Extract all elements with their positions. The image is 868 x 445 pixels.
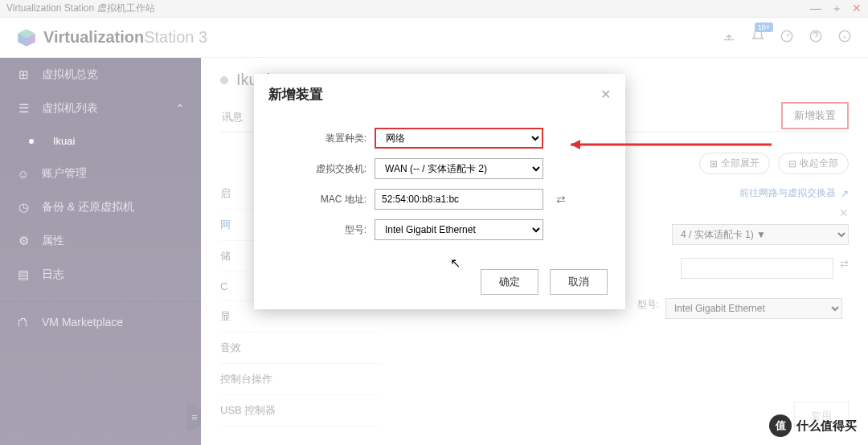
annotation-arrow-icon: [571, 138, 780, 151]
minimize-icon[interactable]: —: [810, 2, 821, 16]
modal-body: 装置种类: 网络 虚拟交换机: WAN (-- / 实体适配卡 2) MAC 地…: [254, 110, 625, 263]
section-console[interactable]: 控制台操作: [220, 364, 381, 395]
ok-button[interactable]: 确定: [481, 269, 538, 295]
cursor-icon: ↖: [450, 255, 461, 271]
cube-icon: [16, 27, 37, 48]
sidebar-item-vmlist[interactable]: ☰虚拟机列表⌃: [0, 92, 201, 125]
modal-title: 新增装置: [268, 85, 323, 104]
action-row: ⊞全部展开 ⊟收起全部: [699, 153, 849, 174]
sidebar-item-account[interactable]: ☺账户管理: [0, 157, 201, 190]
cart-icon: ⛫: [16, 315, 31, 329]
app-title: VirtualizationStation 3: [43, 28, 207, 47]
collapse-all-button[interactable]: ⊟收起全部: [778, 153, 849, 174]
bg-model-label: 型号:: [637, 298, 659, 312]
user-icon: ☺: [16, 167, 31, 181]
network-link[interactable]: 前往网路与虚拟交换器↗: [739, 186, 849, 200]
maximize-icon[interactable]: ＋: [831, 2, 842, 16]
expand-all-button[interactable]: ⊞全部展开: [699, 153, 770, 174]
plus-icon: ⊞: [710, 158, 718, 169]
sidebar-item-marketplace[interactable]: ⛫VM Marketplace: [0, 305, 201, 338]
help-icon[interactable]: [809, 29, 823, 46]
mac-input[interactable]: [375, 189, 543, 210]
sidebar: ⊞虚拟机总览 ☰虚拟机列表⌃ Ikuai ☺账户管理 ◷备份 & 还原虚拟机 ⚙…: [0, 58, 201, 445]
close-icon[interactable]: ✕: [852, 2, 862, 16]
window-title: Virtualization Station 虚拟机工作站: [6, 2, 155, 15]
label-mac: MAC 地址:: [278, 193, 366, 206]
app-header: VirtualizationStation 3 10+: [0, 18, 868, 58]
sliders-icon: ⚙: [16, 234, 31, 248]
sidebar-item-overview[interactable]: ⊞虚拟机总览: [0, 58, 201, 92]
external-icon: ↗: [841, 188, 849, 199]
label-model: 型号:: [278, 223, 366, 237]
shuffle-mac-icon[interactable]: ⇄: [556, 193, 566, 206]
row-mac: MAC 地址: ⇄: [278, 189, 601, 210]
chevron-up-icon: ⌃: [175, 102, 185, 115]
dashboard-icon[interactable]: [780, 29, 794, 46]
app-logo: VirtualizationStation 3: [16, 27, 207, 48]
modal-footer: 确定 取消: [254, 263, 625, 309]
modal-close-icon[interactable]: ✕: [600, 87, 611, 102]
sidebar-item-ikuai[interactable]: Ikuai: [0, 125, 201, 157]
watermark-icon: 值: [769, 414, 792, 437]
add-device-button[interactable]: 新增装置: [781, 102, 849, 129]
window-titlebar: Virtualization Station 虚拟机工作站 — ＋ ✕: [0, 0, 868, 18]
bg-adapter-select[interactable]: 4 / 实体适配卡 1) ▼: [672, 224, 849, 245]
sidebar-item-backup[interactable]: ◷备份 & 还原虚拟机: [0, 190, 201, 224]
cancel-button[interactable]: 取消: [550, 269, 608, 295]
section-audio[interactable]: 音效: [220, 333, 381, 364]
notification-icon[interactable]: 10+: [751, 29, 765, 46]
label-vswitch: 虚拟交换机:: [278, 162, 366, 176]
add-device-modal: 新增装置 ✕ 装置种类: 网络 虚拟交换机: WAN (-- / 实体适配卡 2…: [254, 74, 625, 309]
sidebar-collapse-handle[interactable]: ≡: [186, 403, 203, 431]
vswitch-select[interactable]: WAN (-- / 实体适配卡 2): [375, 158, 543, 179]
list-icon: ☰: [16, 101, 31, 116]
clock-icon: ◷: [16, 200, 31, 214]
device-type-select[interactable]: 网络: [375, 128, 543, 149]
svg-marker-7: [571, 140, 580, 149]
window-controls: — ＋ ✕: [810, 2, 862, 16]
bg-mac-input[interactable]: [681, 258, 833, 279]
watermark-text: 什么值得买: [796, 418, 857, 434]
row-model: 型号: Intel Gigabit Ethernet: [278, 219, 601, 240]
separator: [0, 298, 201, 299]
bg-model-select[interactable]: Intel Gigabit Ethernet: [665, 298, 842, 319]
shuffle-icon[interactable]: ⇄: [840, 258, 849, 270]
header-toolbar: 10+: [722, 29, 852, 46]
export-icon[interactable]: [722, 29, 736, 46]
info-icon[interactable]: [837, 29, 852, 46]
sidebar-item-props[interactable]: ⚙属性: [0, 224, 201, 258]
row-device-type: 装置种类: 网络: [278, 128, 601, 149]
status-dot-icon: [220, 76, 228, 84]
document-icon: ▤: [16, 267, 31, 282]
watermark: 值 什么值得买: [769, 414, 857, 437]
section-usb[interactable]: USB 控制器: [220, 395, 381, 427]
row-vswitch: 虚拟交换机: WAN (-- / 实体适配卡 2): [278, 158, 601, 179]
minus-icon: ⊟: [788, 158, 796, 169]
model-select[interactable]: Intel Gigabit Ethernet: [375, 219, 543, 240]
label-type: 装置种类:: [278, 132, 366, 145]
modal-header: 新增装置 ✕: [254, 74, 625, 110]
sidebar-item-logs[interactable]: ▤日志: [0, 258, 201, 292]
tab-info[interactable]: 讯息: [220, 104, 244, 131]
grid-icon: ⊞: [16, 67, 31, 82]
